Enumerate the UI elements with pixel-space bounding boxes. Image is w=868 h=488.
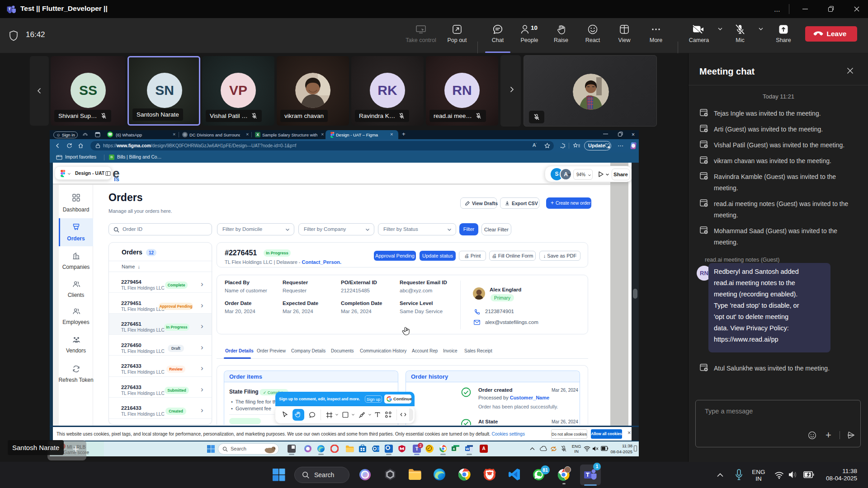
svg-text:W: W (466, 447, 469, 451)
svg-text:X: X (453, 447, 455, 451)
svg-text:T: T (8, 7, 11, 11)
svg-text:10: 10 (531, 24, 538, 31)
